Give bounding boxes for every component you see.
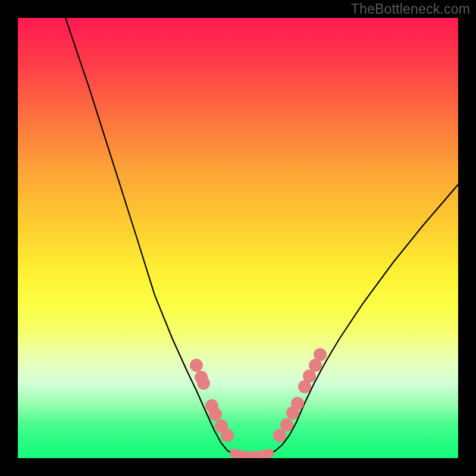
data-marker <box>190 359 203 372</box>
watermark-text: TheBottleneck.com <box>351 1 470 17</box>
data-marker <box>197 377 210 390</box>
data-marker <box>209 408 222 421</box>
data-marker <box>280 418 293 431</box>
plot-svg <box>18 18 458 458</box>
data-marker <box>273 429 286 442</box>
data-marker <box>314 348 327 361</box>
data-marker <box>264 449 274 458</box>
data-marker <box>221 429 234 442</box>
plot-gradient-area <box>18 18 458 458</box>
bottleneck-curve <box>65 18 458 456</box>
data-marker <box>291 397 304 410</box>
chart-frame: TheBottleneck.com <box>0 0 476 476</box>
